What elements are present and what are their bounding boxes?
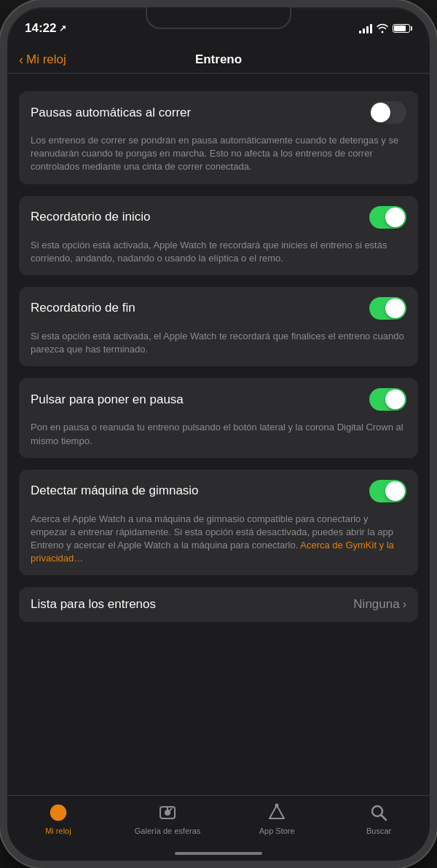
tab-galeria[interactable]: Galería de esferas (135, 802, 201, 835)
status-icons (359, 23, 412, 33)
lista-value: Ninguna › (353, 597, 406, 612)
galeria-label: Galería de esferas (135, 826, 201, 835)
galeria-icon (157, 802, 178, 824)
signal-bar-3 (366, 26, 369, 33)
signal-bar-1 (359, 31, 361, 33)
settings-list: Pausas automáticas al correr Los entreno… (7, 74, 430, 634)
page-title: Entreno (195, 52, 242, 67)
toggle-thumb (385, 208, 405, 227)
recordatorio-fin-description: Si esta opción está activada, el Apple W… (19, 330, 418, 366)
toggle-thumb (385, 481, 405, 501)
setting-row-recordatorio-fin: Recordatorio de fin Si esta opción está … (19, 287, 418, 366)
lista-value-text: Ninguna (353, 597, 399, 612)
pausas-toggle[interactable] (369, 101, 406, 124)
setting-item-pausas: Pausas automáticas al correr (19, 91, 418, 134)
signal-bars (359, 23, 372, 33)
battery-icon (393, 24, 412, 33)
tab-app-store[interactable]: App Store (251, 802, 302, 835)
location-icon: ↗ (59, 23, 66, 33)
home-indicator (175, 852, 262, 855)
recordatorio-inicio-label: Recordatorio de inicio (31, 210, 150, 224)
svg-rect-1 (56, 808, 60, 811)
lista-item: Lista para los entrenos Ninguna › (19, 587, 418, 622)
lista-row[interactable]: Lista para los entrenos Ninguna › (19, 587, 418, 622)
pulsar-pausa-toggle[interactable] (369, 388, 406, 411)
signal-bar-4 (370, 24, 372, 33)
setting-item-recordatorio-inicio: Recordatorio de inicio (19, 196, 418, 239)
mi-reloj-label: Mi reloj (45, 826, 71, 835)
pausas-description: Los entrenos de correr se pondrán en pau… (19, 134, 418, 184)
navigation-bar: ‹ Mi reloj Entreno (7, 44, 430, 74)
tab-mi-reloj[interactable]: Mi reloj (33, 802, 84, 835)
back-label: Mi reloj (26, 52, 66, 67)
setting-item-gimnasio: Detectar máquina de gimnasio (19, 470, 418, 513)
buscar-icon (368, 802, 390, 824)
phone-frame: 14:22 ↗ (0, 0, 437, 868)
content-area: ‹ Mi reloj Entreno Pausas automáticas al… (7, 44, 430, 795)
pulsar-pausa-description: Pon en pausa o reanuda tu entreno pulsan… (19, 421, 418, 457)
recordatorio-inicio-toggle[interactable] (369, 206, 406, 229)
gimnasio-label: Detectar máquina de gimnasio (31, 484, 199, 498)
svg-line-9 (382, 816, 387, 821)
tab-bar: Mi reloj Galería de esferas (7, 795, 430, 861)
app-store-label: App Store (259, 826, 295, 835)
setting-row-pulsar-pausa: Pulsar para poner en pausa Pon en pausa … (19, 378, 418, 457)
setting-row-gimnasio: Detectar máquina de gimnasio Acerca el A… (19, 470, 418, 576)
signal-bar-2 (363, 28, 365, 33)
setting-item-recordatorio-fin: Recordatorio de fin (19, 287, 418, 330)
pausas-label: Pausas automáticas al correr (31, 106, 191, 120)
setting-row-pausas: Pausas automáticas al correr Los entreno… (19, 91, 418, 184)
back-button[interactable]: ‹ Mi reloj (19, 52, 66, 68)
recordatorio-inicio-description: Si esta opción está activada, Apple Watc… (19, 239, 418, 275)
wifi-icon (377, 23, 388, 33)
pulsar-pausa-label: Pulsar para poner en pausa (31, 392, 184, 407)
mi-reloj-icon (47, 802, 69, 824)
setting-row-recordatorio-inicio: Recordatorio de inicio Si esta opción es… (19, 196, 418, 275)
lista-label: Lista para los entrenos (31, 597, 156, 612)
svg-line-6 (170, 808, 172, 810)
svg-point-7 (275, 804, 279, 808)
recordatorio-fin-label: Recordatorio de fin (31, 301, 135, 315)
time-display: 14:22 (25, 21, 56, 36)
status-time: 14:22 ↗ (25, 21, 66, 36)
buscar-label: Buscar (366, 826, 391, 835)
svg-rect-2 (56, 814, 60, 818)
app-store-icon (266, 802, 288, 824)
tab-buscar[interactable]: Buscar (353, 802, 404, 835)
toggle-thumb (371, 103, 390, 122)
lista-chevron-icon: › (403, 598, 406, 611)
recordatorio-fin-toggle[interactable] (369, 297, 406, 320)
toggle-thumb (385, 390, 405, 409)
toggle-thumb (385, 299, 405, 318)
back-chevron-icon: ‹ (19, 52, 23, 68)
notch (146, 7, 291, 29)
setting-item-pulsar-pausa: Pulsar para poner en pausa (19, 378, 418, 421)
gimnasio-toggle[interactable] (369, 480, 406, 502)
gimnasio-description: Acerca el Apple Watch a una máquina de g… (19, 513, 418, 576)
